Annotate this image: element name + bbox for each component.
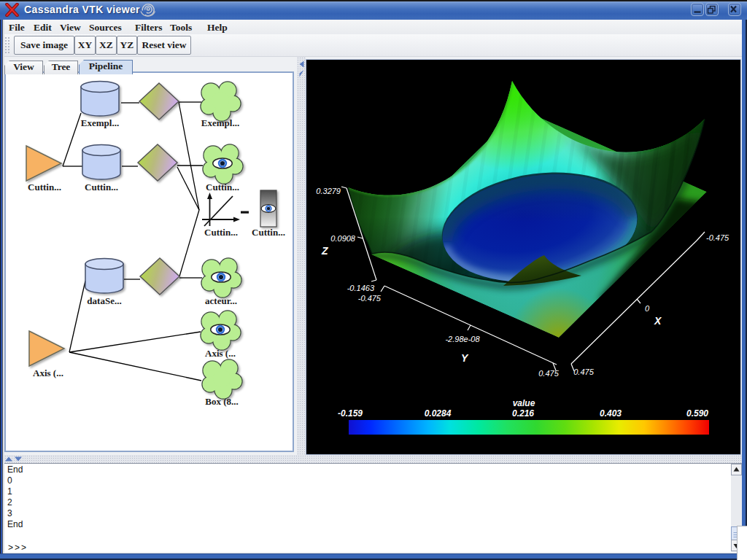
svg-text:0.590: 0.590	[686, 408, 708, 419]
svg-text:0: 0	[645, 304, 650, 313]
svg-text:Cuttin...: Cuttin...	[252, 227, 285, 238]
svg-text:acteur...: acteur...	[205, 295, 237, 306]
svg-text:X: X	[654, 315, 662, 327]
svg-text:0.475: 0.475	[538, 369, 559, 378]
svg-text:0.216: 0.216	[512, 408, 534, 419]
svg-text:-0.475: -0.475	[358, 294, 382, 303]
svg-text:Axis (...: Axis (...	[33, 368, 63, 378]
svg-text:value: value	[513, 398, 535, 408]
svg-text:Cuttin...: Cuttin...	[28, 182, 61, 192]
svg-text:Exempl...: Exempl...	[81, 117, 119, 128]
svg-text:-0.475: -0.475	[706, 233, 729, 242]
svg-text:0.475: 0.475	[573, 368, 594, 376]
svg-text:-0.1463: -0.1463	[347, 284, 375, 292]
svg-text:Cuttin...: Cuttin...	[206, 182, 239, 192]
svg-text:Box (8...: Box (8...	[205, 396, 239, 407]
svg-text:Cuttin...: Cuttin...	[204, 227, 238, 238]
svg-text:-0.159: -0.159	[338, 408, 363, 419]
svg-text:0.0908: 0.0908	[330, 234, 356, 243]
svg-text:-2.98e-08: -2.98e-08	[445, 335, 480, 343]
svg-text:0.3279: 0.3279	[316, 187, 341, 195]
svg-text:0.0284: 0.0284	[425, 408, 452, 419]
svg-text:Z: Z	[321, 245, 328, 257]
svg-text:Exempl...: Exempl...	[201, 117, 239, 128]
svg-text:0.403: 0.403	[600, 408, 622, 419]
svg-text:Cuttin...: Cuttin...	[85, 182, 118, 192]
svg-text:Axis (...: Axis (...	[205, 348, 236, 359]
svg-text:dataSe...: dataSe...	[87, 295, 121, 306]
